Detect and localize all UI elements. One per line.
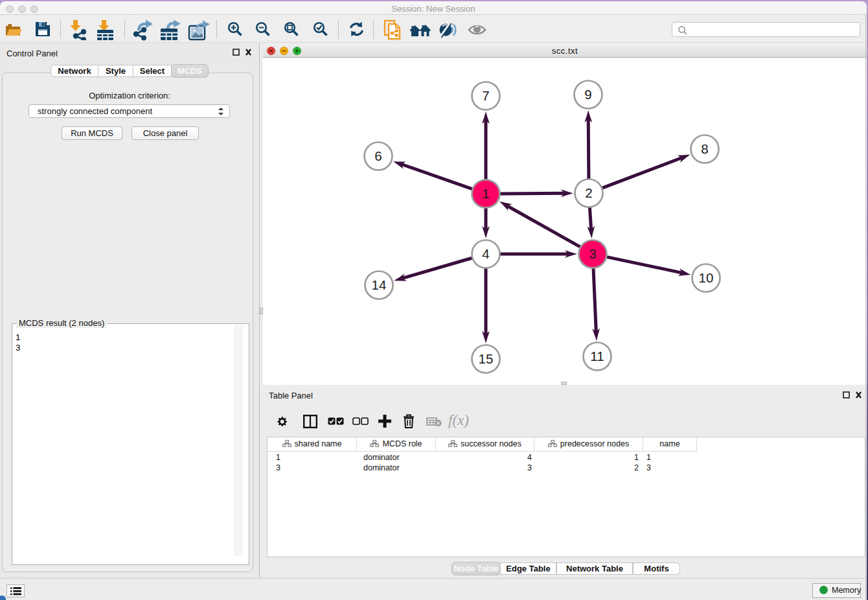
svg-text:14: 14 — [372, 277, 387, 292]
svg-text:7: 7 — [482, 88, 489, 103]
svg-text:3: 3 — [589, 246, 596, 261]
svg-text:4: 4 — [482, 246, 489, 261]
svg-text:2: 2 — [585, 185, 592, 200]
svg-text:8: 8 — [701, 141, 708, 156]
svg-text:11: 11 — [590, 349, 604, 363]
svg-text:1: 1 — [482, 186, 489, 201]
svg-text:9: 9 — [584, 87, 591, 102]
svg-text:15: 15 — [479, 351, 494, 366]
svg-text:6: 6 — [374, 148, 382, 163]
svg-text:10: 10 — [699, 270, 714, 285]
